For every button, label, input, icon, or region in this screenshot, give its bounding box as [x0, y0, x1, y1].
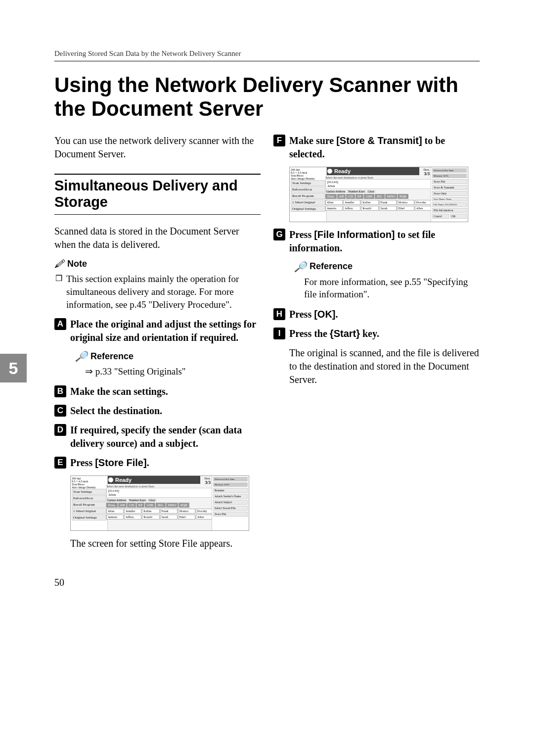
step-3-text: Select the destination. — [70, 404, 261, 418]
step-9-text: Press the {Start} key. — [289, 327, 480, 340]
ready-icon — [327, 169, 332, 174]
step-7-text: Press [File Information] to set file inf… — [289, 228, 480, 255]
step-5-text: Press [Store File]. — [70, 456, 261, 470]
reference-heading-text: Reference — [90, 351, 134, 362]
step-number-1: A — [54, 318, 66, 330]
step-number-8: H — [273, 308, 285, 320]
store-file-screenshot-2: 200 dpi 8.5 × 4.5 inch Text/Photo Auto I… — [289, 167, 468, 222]
step-6-text: Make sure [Store & Transmit] to be selec… — [289, 134, 480, 161]
reference-body-2: For more information, see p.55 "Specifyi… — [304, 276, 480, 301]
section-title: Simultaneous Delivery and Storage — [54, 174, 261, 215]
page-title: Using the Network Delivery Scanner with … — [54, 73, 480, 121]
step-number-9: I — [273, 328, 285, 339]
note-heading: 🖉 Note — [54, 258, 261, 270]
note-item: This section explains mainly the operati… — [66, 273, 261, 311]
running-header: Delivering Stored Scan Data by the Netwo… — [54, 49, 480, 61]
section-marker: 5 — [0, 354, 27, 382]
step-8-text: Press [OK]. — [289, 308, 480, 321]
magnifier-icon: 🔎 — [75, 350, 88, 362]
reference-heading-2: 🔎 Reference — [294, 261, 480, 273]
step-number-2: B — [54, 385, 66, 397]
step-number-3: C — [54, 405, 66, 417]
section-body: Scanned data is stored in the Document S… — [54, 225, 261, 251]
intro-text: You can use the network delivery scanner… — [54, 134, 261, 161]
step-number-5: E — [54, 457, 66, 469]
step-9-follow: The original is scanned, and the file is… — [289, 346, 480, 386]
step-1-text: Place the original and adjust the settin… — [70, 318, 261, 344]
pencil-icon: 🖉 — [54, 258, 64, 270]
step-number-4: D — [54, 424, 66, 436]
reference-heading-1: 🔎 Reference — [75, 350, 261, 362]
step-number-6: F — [273, 135, 285, 146]
step-5-follow: The screen for setting Store File appear… — [70, 537, 261, 550]
magnifier-icon: 🔎 — [294, 261, 307, 273]
ready-icon — [108, 477, 113, 482]
note-heading-text: Note — [67, 259, 87, 269]
page-number: 50 — [54, 577, 480, 588]
step-2-text: Make the scan settings. — [70, 385, 261, 398]
reference-heading-text: Reference — [310, 261, 353, 272]
step-number-7: G — [273, 229, 285, 240]
step-4-text: If required, specify the sender (scan da… — [70, 424, 261, 450]
reference-body-1: ⇒ p.33 "Setting Originals" — [85, 365, 261, 378]
store-file-screenshot-1: 200 dpi 8.5 × 4.5 inch Text/Photo Auto I… — [70, 475, 249, 531]
